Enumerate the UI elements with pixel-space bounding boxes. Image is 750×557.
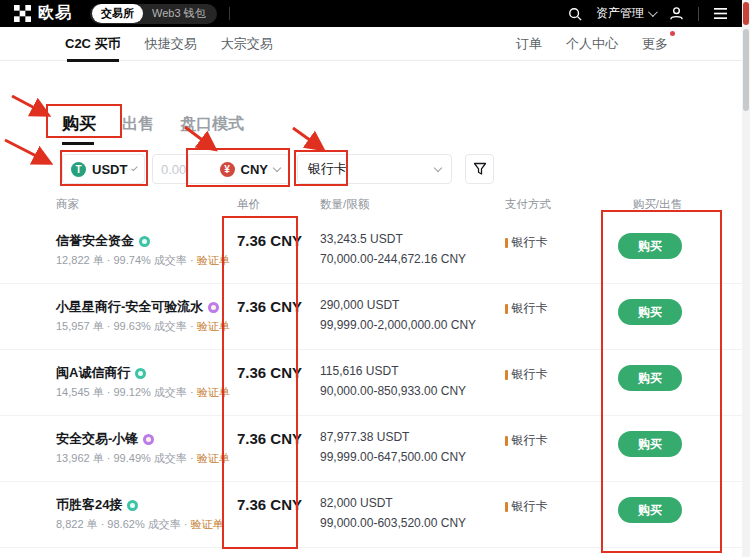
merchant-stats-text: 15,957 单 · 99.63% 成交率 · — [56, 320, 197, 332]
merchant-badge-icon — [208, 302, 219, 313]
verified-badge: 验证单 — [197, 386, 230, 398]
tab-exchange[interactable]: 交易所 — [92, 4, 143, 23]
amount-cell: 115,616 USDT — [320, 364, 399, 378]
merchant-stats-text: 8,822 单 · 98.62% 成交率 · — [56, 518, 191, 530]
verified-badge: 验证单 — [191, 518, 224, 530]
payment-tag-icon — [505, 304, 508, 314]
offer-list: 信誉安全资金 12,822 单 · 99.74% 成交率 · 验证单 7.36 … — [0, 218, 742, 548]
menu-icon[interactable] — [713, 7, 728, 20]
secondary-nav: C2C 买币 快捷交易 大宗交易 订单 个人中心 更多 — [0, 27, 742, 61]
table-header: 商家 单价 数量/限额 支付方式 购买/出售 — [0, 197, 742, 217]
payment-method-label: 银行卡 — [512, 498, 548, 515]
merchant-stats: 13,962 单 · 99.49% 成交率 · 验证单 — [56, 451, 230, 466]
table-row: 币胜客24接 8,822 单 · 98.62% 成交率 · 验证单 7.36 C… — [0, 482, 742, 548]
tab-orderbook-mode[interactable]: 盘口模式 — [180, 114, 244, 135]
merchant-name: 信誉安全资金 — [56, 232, 134, 250]
table-row: 闽A诚信商行 14,545 单 · 99.12% 成交率 · 验证单 7.36 … — [0, 350, 742, 416]
crypto-select[interactable]: T USDT — [62, 154, 145, 184]
scrollbar-thumb[interactable] — [743, 29, 749, 111]
nav-more-label: 更多 — [642, 36, 668, 51]
merchant-stats-text: 13,962 单 · 99.49% 成交率 · — [56, 452, 197, 464]
merchant-name: 小星星商行-安全可验流水 — [56, 298, 203, 316]
limit-cell: 70,000.00-244,672.16 CNY — [320, 252, 466, 266]
usdt-icon: T — [71, 162, 86, 177]
merchant-name-wrap[interactable]: 小星星商行-安全可验流水 — [56, 298, 219, 316]
payment-tag-icon — [505, 370, 508, 380]
fiat-select[interactable]: ¥ CNY — [211, 162, 289, 177]
payment-method-label: 银行卡 — [512, 366, 548, 383]
col-merchant: 商家 — [56, 197, 79, 212]
okx-logo-icon — [14, 5, 31, 22]
nav-orders[interactable]: 订单 — [516, 35, 542, 53]
col-buy-sell: 购买/出售 — [633, 197, 682, 212]
merchant-name-wrap[interactable]: 安全交易-小锋 — [56, 430, 154, 448]
buy-button[interactable]: 购买 — [618, 497, 682, 523]
amount-cell: 33,243.5 USDT — [320, 232, 403, 246]
okx-logo[interactable]: 欧易 — [14, 3, 72, 24]
tab-sell[interactable]: 出售 — [122, 114, 154, 135]
asset-management-menu[interactable]: 资产管理 — [596, 5, 655, 22]
notification-dot — [670, 31, 675, 36]
fiat-select-value: CNY — [241, 162, 268, 177]
merchant-name-wrap[interactable]: 币胜客24接 — [56, 496, 138, 514]
col-amount-limit: 数量/限额 — [320, 197, 369, 212]
cny-icon: ¥ — [220, 162, 235, 177]
user-icon[interactable] — [669, 6, 684, 21]
chevron-down-icon — [434, 163, 442, 171]
header-divider — [229, 7, 230, 20]
payment-method: 银行卡 — [505, 300, 548, 317]
merchant-stats: 8,822 单 · 98.62% 成交率 · 验证单 — [56, 517, 224, 532]
merchant-name: 闽A诚信商行 — [56, 364, 130, 382]
logo-text: 欧易 — [38, 3, 72, 24]
table-row: 小星星商行-安全可验流水 15,957 单 · 99.63% 成交率 · 验证单… — [0, 284, 742, 350]
nav-more[interactable]: 更多 — [642, 35, 668, 53]
tab-web3-wallet[interactable]: Web3 钱包 — [143, 4, 215, 23]
scrollbar[interactable] — [742, 0, 750, 557]
top-app-bar: 欧易 交易所 Web3 钱包 资产管理 — [0, 0, 742, 27]
col-price: 单价 — [237, 197, 260, 212]
table-row: 信誉安全资金 12,822 单 · 99.74% 成交率 · 验证单 7.36 … — [0, 218, 742, 284]
merchant-badge-icon — [139, 236, 150, 247]
payment-method: 银行卡 — [505, 432, 548, 449]
search-icon[interactable] — [568, 7, 582, 21]
payment-method-label: 银行卡 — [512, 300, 548, 317]
price-cell: 7.36 CNY — [237, 298, 302, 315]
verified-badge: 验证单 — [197, 452, 230, 464]
table-row: 安全交易-小锋 13,962 单 · 99.49% 成交率 · 验证单 7.36… — [0, 416, 742, 482]
limit-cell: 90,000.00-850,933.00 CNY — [320, 384, 466, 398]
chevron-down-icon — [273, 163, 281, 171]
price-cell: 7.36 CNY — [237, 364, 302, 381]
header-divider — [698, 7, 699, 21]
merchant-stats-text: 14,545 单 · 99.12% 成交率 · — [56, 386, 197, 398]
payment-select-value: 银行卡 — [308, 160, 347, 178]
nav-c2c-buy[interactable]: C2C 买币 — [65, 35, 121, 53]
merchant-badge-icon — [135, 368, 146, 379]
merchant-name-wrap[interactable]: 闽A诚信商行 — [56, 364, 146, 382]
limit-cell: 99,999.00-2,000,000.00 CNY — [320, 318, 476, 332]
merchant-name: 安全交易-小锋 — [56, 430, 138, 448]
limit-cell: 99,000.00-603,520.00 CNY — [320, 516, 466, 530]
filter-button[interactable] — [465, 154, 494, 184]
buy-button[interactable]: 购买 — [618, 365, 682, 391]
payment-tag-icon — [505, 238, 508, 248]
amount-cell: 290,000 USDT — [320, 298, 399, 312]
amount-cell: 82,000 USDT — [320, 496, 393, 510]
payment-method-select[interactable]: 银行卡 — [297, 154, 452, 184]
amount-cell: 87,977.38 USDT — [320, 430, 409, 444]
payment-method: 银行卡 — [505, 498, 548, 515]
nav-block-trade[interactable]: 大宗交易 — [221, 35, 273, 53]
merchant-stats-text: 12,822 单 · 99.74% 成交率 · — [56, 254, 197, 266]
buy-button[interactable]: 购买 — [618, 233, 682, 259]
scrollbar-annotation-mark — [743, 2, 749, 25]
amount-input[interactable] — [153, 162, 187, 177]
merchant-name-wrap[interactable]: 信誉安全资金 — [56, 232, 150, 250]
buy-button[interactable]: 购买 — [618, 431, 682, 457]
merchant-stats: 14,545 单 · 99.12% 成交率 · 验证单 — [56, 385, 230, 400]
buy-button[interactable]: 购买 — [618, 299, 682, 325]
nav-profile[interactable]: 个人中心 — [566, 35, 618, 53]
col-payment: 支付方式 — [505, 197, 551, 212]
payment-method: 银行卡 — [505, 234, 548, 251]
tab-buy[interactable]: 购买 — [62, 112, 96, 135]
filter-icon — [473, 162, 487, 176]
nav-quick-trade[interactable]: 快捷交易 — [145, 35, 197, 53]
